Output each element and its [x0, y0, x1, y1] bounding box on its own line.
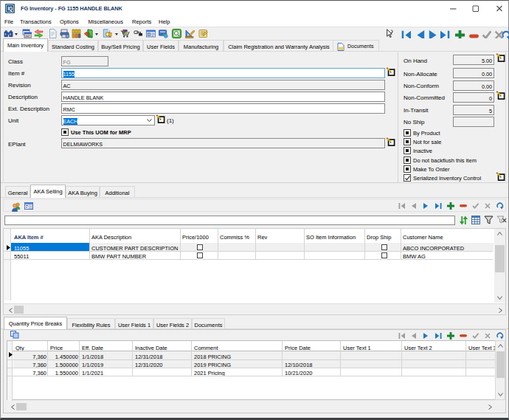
svg-text:IQ: IQ: [7, 6, 13, 12]
